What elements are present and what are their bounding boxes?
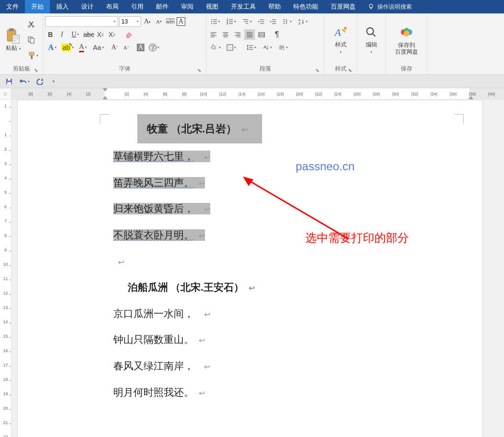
tab-view[interactable]: 视图 [200,0,225,13]
align-distributed-button[interactable] [256,29,267,40]
tab-file[interactable]: 文件 [0,0,25,13]
poem1-line2[interactable]: 笛弄晚风三四声。↩ [113,170,435,196]
svg-text:3: 3 [227,22,228,24]
text-direction-button[interactable]: A [260,42,275,53]
italic-button[interactable]: I [57,29,67,40]
font-family-select[interactable]: ▾ [45,16,118,27]
styles-launcher-icon[interactable]: ⬊ [347,67,353,72]
tab-design[interactable]: 设计 [75,0,100,13]
font-color-button[interactable]: A [76,42,90,53]
underline-button[interactable]: U [68,29,83,40]
subscript-button[interactable]: X2 [95,29,106,40]
tab-special[interactable]: 特色功能 [287,0,324,13]
redo-button[interactable] [35,76,45,87]
qat-customize-button[interactable]: ▾ [48,76,59,87]
menu-tabs: 文件 开始 插入 设计 布局 引用 邮件 审阅 视图 开发工具 帮助 特色功能 … [0,0,504,13]
svg-point-22 [367,28,373,35]
quick-access-toolbar: ▾ [0,75,504,88]
svg-rect-29 [7,82,11,84]
svg-rect-21 [344,27,347,30]
tab-baidu[interactable]: 百度网盘 [324,0,362,13]
save-to-baidu-button[interactable]: 保存到 百度网盘 [392,15,421,65]
svg-rect-7 [30,38,34,43]
group-font: ▾ 13▾ A▴ A▾ wén A B I U abc X2 X2 [43,13,206,74]
font-launcher-icon[interactable]: ⬊ [196,67,202,72]
asian-layout-button[interactable] [280,16,294,27]
styles-button[interactable]: A 样式▾ [329,15,352,65]
tab-help[interactable]: 帮助 [262,0,287,13]
bullets-button[interactable] [208,16,223,27]
empty-line[interactable]: ↩ [113,248,435,275]
poem2-line4[interactable]: 明月何时照我还。↩ [113,379,435,406]
show-marks-button[interactable]: ¶ [272,29,282,40]
poem2-title[interactable]: 泊船瓜洲 （北宋.王安石）↩ [113,274,435,301]
undo-button[interactable] [17,76,32,87]
svg-point-0 [370,4,373,8]
poem1-title[interactable]: 牧童 （北宋.吕岩）↩ [113,114,435,143]
svg-point-5 [32,25,34,27]
shading-button[interactable] [208,42,223,53]
numbering-button[interactable]: 123 [224,16,239,27]
bold-button[interactable]: B [45,29,56,40]
editing-button[interactable]: 编辑▾ [360,15,383,65]
ruler-corner[interactable]: ◻ [0,88,12,100]
tell-me-search[interactable]: 操作说明搜索 [362,0,412,13]
ribbon: 粘贴 ▾ 剪贴板⬊ ▾ 13▾ A▴ A▾ wén A [0,13,504,75]
line-spacing-button[interactable] [244,42,259,53]
tab-review[interactable]: 审阅 [175,0,200,13]
page-margin-corner-tr [454,114,464,124]
phonetic-guide-button[interactable]: wén [165,16,176,27]
poem2-line1[interactable]: 京口瓜洲一水间， ↩ [113,301,435,327]
align-center-button[interactable] [220,29,231,40]
paragraph-launcher-icon[interactable]: ⬊ [314,67,320,72]
strikethrough-button[interactable]: abc [84,29,94,40]
eraser-icon[interactable] [124,29,134,40]
page[interactable]: 牧童 （北宋.吕岩）↩ 草铺横野六七里， ↩ 笛弄晚风三四声。↩ 归来饱饭黄昏后… [17,100,483,437]
highlight-button[interactable]: ab✎ [60,42,75,53]
tab-mailings[interactable]: 邮件 [150,0,175,13]
clipboard-launcher-icon[interactable]: ⬊ [33,67,39,72]
char-shading-button[interactable]: A [135,42,146,53]
align-right-button[interactable] [232,29,243,40]
tab-devtools[interactable]: 开发工具 [225,0,262,13]
document-area[interactable]: 牧童 （北宋.吕岩）↩ 草铺横野六七里， ↩ 笛弄晚风三四声。↩ 归来饱饭黄昏后… [12,100,504,437]
align-justify-button[interactable] [244,29,255,40]
cut-button[interactable] [26,19,36,30]
vertical-ruler[interactable]: 112345678910111213141516171819202122 [0,100,12,437]
format-painter-button[interactable] [26,50,40,61]
superscript-button[interactable]: X2 [107,29,117,40]
paste-button[interactable]: 粘贴 ▾ [2,15,25,65]
styles-icon: A [333,25,348,40]
svg-point-26 [404,31,409,36]
tell-me-label: 操作说明搜索 [377,3,412,11]
enclose-char-button[interactable]: 字 [147,42,161,53]
copy-button[interactable] [26,35,36,45]
tab-insert[interactable]: 插入 [50,0,75,13]
change-case-button[interactable]: Aa [91,42,106,53]
decrease-indent-button[interactable] [256,16,266,27]
shrink-font2-button[interactable]: A˅ [121,42,132,53]
horizontal-ruler[interactable]: |8||6||4||2||2||4||6||8||10||12||14||16|… [12,88,504,100]
font-size-select[interactable]: 13▾ [119,16,141,27]
text-effects-button[interactable]: A [45,42,60,53]
align-left-button[interactable] [208,29,219,40]
tab-references[interactable]: 引用 [125,0,150,13]
borders-button[interactable] [224,42,239,53]
tab-home[interactable]: 开始 [25,0,50,13]
svg-point-4 [28,25,30,27]
grow-font2-button[interactable]: A˄ [109,42,120,53]
save-button[interactable] [4,76,14,87]
poem2-line3[interactable]: 春风又绿江南岸， ↩ [113,353,435,379]
poem1-line1[interactable]: 草铺横野六七里， ↩ [113,143,435,170]
char-border-button[interactable]: A [177,17,185,26]
paste-icon [6,28,21,44]
increase-indent-button[interactable] [268,16,278,27]
paragraph-settings-button[interactable] [276,42,290,53]
poem2-line2[interactable]: 钟山只隔数重山。↩ [113,327,435,353]
multilevel-list-button[interactable] [240,16,254,27]
shrink-font-button[interactable]: A▾ [154,16,164,27]
grow-font-button[interactable]: A▴ [142,16,153,27]
sort-button[interactable]: AZ [296,16,310,27]
poem1-line3[interactable]: 归来饱饭黄昏后， ↩ [113,196,435,222]
tab-layout[interactable]: 布局 [100,0,125,13]
